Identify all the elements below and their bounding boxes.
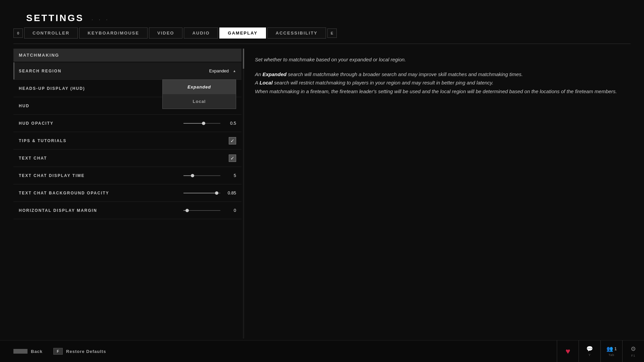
text-chat-bg-value: 0.85 [224,190,236,195]
scrollbar[interactable] [243,49,244,339]
party-button[interactable]: 👥 1 Tab [600,340,622,362]
info-line4: When matchmaking in a fireteam, the fire… [255,87,617,96]
text-chat-bg-row[interactable]: TEXT CHAT BACKGROUND OPACITY 0.85 [13,184,241,202]
selected-indicator [13,62,14,79]
party-key-label: Tab [608,353,614,357]
back-label: Back [31,349,43,354]
text-chat-time-slider-container: 5 [183,173,236,178]
text-chat-time-row[interactable]: TEXT CHAT DISPLAY TIME 5 [13,167,241,184]
hud-opacity-track[interactable] [183,123,220,124]
horizontal-margin-track[interactable] [183,210,220,211]
section-matchmaking: MATCHMAKING [13,49,241,62]
restore-key-icon: F [53,348,63,355]
search-region-dropdown[interactable]: Expanded Local [162,79,236,109]
heart-button[interactable]: ♥ [557,340,579,362]
settings-panel: MATCHMAKING SEARCH REGION Expanded ▲ Exp… [13,49,241,339]
menu-button[interactable]: ⚙ F1 [622,340,644,362]
hud-opacity-value: 0.5 [224,121,236,126]
text-chat-time-track[interactable] [183,175,220,176]
search-region-label: SEARCH REGION [19,69,61,73]
bottom-right: ♥ 💬 Y 👥 1 Tab ⚙ F1 [557,340,644,362]
horizontal-margin-slider-container: 0 [183,208,236,213]
tab-gameplay[interactable]: GAMEPLAY [219,27,266,39]
horizontal-margin-label: HORIZONTAL DISPLAY MARGIN [19,208,97,213]
tab-icon-left[interactable]: 0 [13,28,23,38]
chat-icon: 💬 [586,346,593,352]
menu-key-label: F1 [631,354,636,357]
text-chat-bg-fill [183,193,215,193]
text-chat-time-label: TEXT CHAT DISPLAY TIME [19,173,85,178]
text-chat-label: TEXT CHAT [19,156,47,161]
horizontal-margin-row[interactable]: HORIZONTAL DISPLAY MARGIN 0 [13,202,241,219]
text-chat-time-thumb[interactable] [191,174,194,177]
back-key-icon [13,349,28,354]
restore-label: Restore Defaults [66,349,106,354]
chat-key-label: Y [588,353,591,357]
content-area: MATCHMAKING SEARCH REGION Expanded ▲ Exp… [13,49,631,339]
info-panel: Set whether to matchmake based on your e… [241,49,631,339]
text-chat-time-value: 5 [224,173,236,178]
party-count: 1 [614,347,617,351]
tips-tutorials-checkbox[interactable]: ✓ [229,137,236,144]
dropdown-arrow-icon: ▲ [233,69,236,73]
text-chat-checkbox[interactable]: ✓ [229,155,236,162]
checkmark-icon: ✓ [230,138,234,143]
tips-tutorials-label: TIPS & TUTORIALS [19,138,66,143]
tips-tutorials-row[interactable]: TIPS & TUTORIALS ✓ [13,132,241,149]
tab-audio[interactable]: AUDIO [184,27,218,39]
nav-tabs: 0 CONTROLLER KEYBOARD/MOUSE VIDEO AUDIO … [13,27,337,39]
text-chat-bg-label: TEXT CHAT BACKGROUND OPACITY [19,191,109,195]
scrollbar-thumb[interactable] [243,49,244,69]
gear-icon: ⚙ [631,345,636,353]
tab-video[interactable]: VIDEO [149,27,182,39]
tab-accessibility[interactable]: ACCESSIBILITY [267,27,326,39]
text-chat-row[interactable]: TEXT CHAT ✓ [13,149,241,167]
dropdown-option-expanded[interactable]: Expanded [163,80,236,94]
bottom-bar: Back F Restore Defaults ♥ 💬 Y 👥 1 Tab [0,340,644,362]
page-title: SETTINGS · · · [26,13,110,23]
restore-defaults-button[interactable]: F Restore Defaults [53,348,106,355]
party-icon: 👥 [606,346,613,352]
horizontal-margin-value: 0 [224,208,236,213]
text-chat-time-fill [183,175,191,176]
dropdown-option-local[interactable]: Local [163,94,236,109]
info-line1: Set whether to matchmake based on your e… [255,55,617,64]
main-container: SETTINGS · · · 0 CONTROLLER KEYBOARD/MOU… [0,0,644,362]
search-region-value: Expanded ▲ [209,68,236,73]
text-chat-bg-slider-container: 0.85 [183,190,236,195]
hud-opacity-label: HUD OPACITY [19,121,54,126]
hud-opacity-slider-container: 0.5 [183,121,236,126]
tab-icon-right[interactable]: E [327,28,337,38]
info-line2: An Expanded search will matchmake throug… [255,70,617,79]
hud-opacity-row[interactable]: HUD OPACITY 0.5 [13,115,241,132]
checkmark-icon-2: ✓ [230,156,234,161]
info-line3: A Local search will restrict matchmaking… [255,78,617,87]
chat-button[interactable]: 💬 Y [579,340,600,362]
tab-controller[interactable]: CONTROLLER [24,27,78,39]
title-text: SETTINGS [26,13,84,23]
text-chat-bg-thumb[interactable] [215,191,218,195]
hud-label: HUD [19,104,30,108]
search-region-row[interactable]: SEARCH REGION Expanded ▲ Expanded Local [13,62,241,80]
text-chat-bg-track[interactable] [183,193,220,193]
heart-icon: ♥ [566,347,570,356]
hud-opacity-thumb[interactable] [202,122,205,125]
back-button[interactable]: Back [13,349,43,354]
hud-opacity-fill [183,123,202,124]
tabs-underline [13,44,631,44]
tab-keyboard[interactable]: KEYBOARD/MOUSE [79,27,148,39]
hud-section-label: HEADS-UP DISPLAY (HUD) [19,86,85,91]
horizontal-margin-thumb[interactable] [185,209,189,212]
title-decoration: · · · [92,18,110,22]
